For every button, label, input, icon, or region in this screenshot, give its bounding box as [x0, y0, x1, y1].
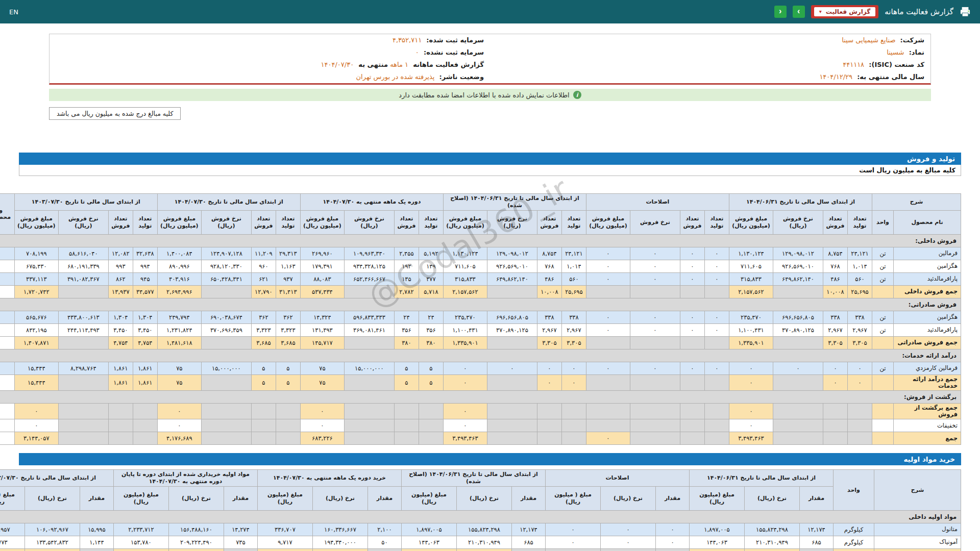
value-cell: [680, 374, 704, 390]
info-label: گزارش فعالیت ماهانه: [413, 61, 484, 68]
column-group-header: از ابتدای سال مالی تا تاریخ ۱۴۰۴/۰۶/۳۱ (…: [443, 194, 586, 211]
section-label: فروش صادراتی:: [0, 298, 961, 311]
value-cell: [773, 285, 823, 298]
info-label: منتهی به: [358, 61, 388, 68]
previous-report-button[interactable]: ‹: [774, 6, 787, 18]
chevron-down-icon: ▾: [819, 9, 822, 14]
value-cell: [773, 374, 823, 390]
value-cell: ۳۷۰,۶۹۶,۳۵۹: [201, 323, 251, 336]
value-cell: ۶۹۰,۰۳۸,۶۷۴: [201, 311, 251, 323]
value-cell: ۱۴۴,۰۶۳: [401, 536, 456, 548]
value-cell: ۰: [586, 323, 630, 336]
value-cell: ۱,۸۶۱: [133, 362, 157, 374]
section-row: مواد اولیه داخلی: [0, 510, 961, 523]
value-cell: ۰: [773, 362, 823, 374]
column-header: نرخ (ریال): [168, 486, 224, 510]
row-name-cell: تخفیفات: [894, 419, 961, 432]
value-cell: ۵: [419, 374, 443, 390]
value-cell: ۳,۳۰۵: [561, 336, 586, 349]
value-cell: ۳۷۷: [419, 272, 443, 285]
value-cell: ۷۵: [300, 362, 344, 374]
table-row: متانولکیلوگرم۱۲,۱۷۴۱۵۵,۸۲۴,۲۹۸۱,۸۹۷,۰۰۵۰…: [0, 523, 961, 536]
value-cell: ۳۱۵,۸۳۳: [729, 272, 773, 285]
status-cell: تولید: [0, 323, 14, 336]
value-cell: [630, 419, 680, 432]
value-cell: ۰: [823, 374, 848, 390]
column-header: تعداد فروش: [823, 210, 848, 234]
report-printer-icon: [960, 7, 971, 17]
top-header-bar: گزارش فعالیت ماهانه گزارش فعالیت ▾ › ‹ E…: [0, 0, 980, 23]
value-cell: ۵: [251, 374, 276, 390]
section-raw-materials: خرید مواد اولیه: [19, 453, 961, 465]
value-cell: ۰: [704, 323, 729, 336]
value-cell: ۰: [586, 432, 630, 445]
value-cell: ۰: [561, 374, 586, 390]
value-cell: ۵: [394, 374, 419, 390]
value-cell: ۷۵: [157, 374, 201, 390]
value-cell: ۰: [561, 362, 586, 374]
value-cell: ۲,۹۶۷: [561, 323, 586, 336]
value-cell: ۴۳۳,۸۰۰,۶۱۳: [58, 311, 108, 323]
value-cell: ۱۳,۹۳۷: [108, 285, 133, 298]
value-cell: [251, 432, 276, 445]
info-label: سرمایه ثبت نشده:: [424, 48, 484, 56]
value-cell: [344, 374, 394, 390]
info-company: شرکت: صنایع شیمیایی سینا: [490, 34, 930, 46]
value-cell: [537, 403, 561, 419]
value-cell: ۲,۱۰۰: [368, 523, 401, 536]
value-cell: ۰: [443, 403, 487, 419]
table-row: آمونیاککیلوگرم۶۸۵۲۱۰,۳۱۰,۹۴۹۱۴۴,۰۶۳۰۰۰۶۸…: [0, 536, 961, 548]
value-cell: ۱,۸۶۱: [133, 374, 157, 390]
column-header: مبلغ (میلیون ریال): [401, 486, 456, 510]
column-header: نام محصول: [894, 210, 961, 234]
value-cell: [58, 374, 108, 390]
value-cell: [655, 548, 689, 551]
value-cell: ۳۱۵,۸۳۳: [443, 272, 487, 285]
value-cell: ۷۱۱,۶۰۵: [729, 260, 773, 272]
value-cell: [630, 403, 680, 419]
value-cell: ۳۱,۴۱۳: [276, 285, 300, 298]
value-cell: [487, 403, 537, 419]
value-cell: [704, 336, 729, 349]
value-cell: [848, 403, 872, 419]
value-cell: ۲,۹۶۷: [823, 323, 848, 336]
value-cell: ۳,۱۴۴,۰۵۷: [14, 432, 58, 445]
value-cell: [201, 336, 251, 349]
value-cell: [344, 285, 394, 298]
column-header: مبلغ (میلیون ریال): [257, 486, 312, 510]
value-cell: ۱۰۶,۰۹۲,۹۶۷: [24, 523, 80, 536]
value-cell: [419, 403, 443, 419]
value-cell: ۵: [276, 374, 300, 390]
production-table-wrap: شرحاز ابتدای سال مالی تا تاریخ ۱۴۰۴/۰۶/۳…: [19, 193, 961, 445]
value-cell: ۲۴,۱۲۱: [848, 247, 872, 260]
next-report-button[interactable]: ›: [793, 6, 805, 18]
value-cell: [344, 419, 394, 432]
chevron-left-icon: ‹: [779, 7, 781, 16]
value-cell: [680, 403, 704, 419]
value-cell: ۹۹۴: [133, 260, 157, 272]
column-header: مقدار: [368, 486, 401, 510]
value-cell: ۰: [443, 374, 487, 390]
value-cell: ۰: [729, 419, 773, 432]
value-cell: ۰: [14, 419, 58, 432]
value-cell: [680, 336, 704, 349]
status-cell: [0, 403, 14, 419]
value-cell: ۰: [586, 362, 630, 374]
value-cell: ۳۶۲: [276, 311, 300, 323]
language-toggle[interactable]: EN: [9, 8, 18, 16]
value-cell: [394, 403, 419, 419]
value-cell: ۷۵: [157, 362, 201, 374]
value-cell: ۴,۷۵۴: [133, 336, 157, 349]
value-cell: ۵۸,۶۱۶,۰۴۰: [58, 247, 108, 260]
value-cell: [344, 336, 394, 349]
status-cell: [0, 374, 14, 390]
column-header: مبلغ (میلیون ریال): [0, 486, 24, 510]
value-cell: [773, 419, 823, 432]
value-cell: ۰: [14, 403, 58, 419]
value-cell: [586, 419, 630, 432]
value-cell: ۲۴۹,۷۹۴: [157, 311, 201, 323]
value-cell: ۳۵۶: [394, 323, 419, 336]
report-type-dropdown[interactable]: گزارش فعالیت ▾: [811, 5, 878, 18]
section-label: درآمد ارائه خدمات:: [0, 349, 961, 362]
section-row: فروش صادراتی:: [0, 298, 961, 311]
